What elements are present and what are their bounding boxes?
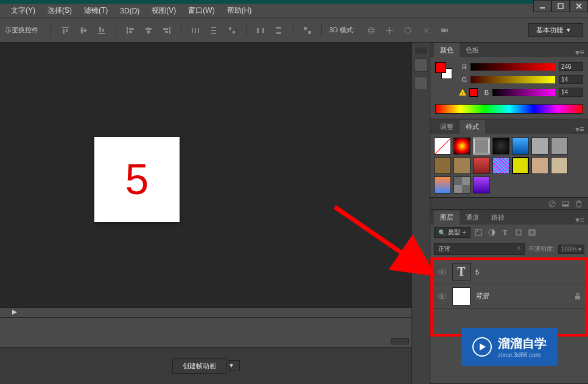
align-top-icon[interactable] [58, 24, 72, 37]
menu-view[interactable]: 视图(V) [145, 3, 182, 18]
3d-slide-icon[interactable] [419, 24, 433, 37]
layer-thumbnail-bg[interactable] [452, 287, 471, 305]
menu-3d[interactable]: 3D(D) [114, 4, 145, 18]
trash-icon[interactable] [575, 200, 583, 208]
panel-menu-icon[interactable]: ▾≡ [575, 47, 584, 57]
layer-filter-dropdown[interactable]: 🔍 类型 ÷ [434, 227, 471, 238]
style-swatch[interactable] [473, 176, 490, 194]
filter-shape-icon[interactable] [513, 227, 524, 238]
align-bottom-icon[interactable] [95, 24, 108, 37]
svg-point-36 [368, 27, 374, 33]
dock-collapse-icon[interactable] [415, 47, 427, 54]
g-input[interactable] [559, 75, 583, 84]
timeline-track[interactable] [0, 318, 411, 347]
maximize-button[interactable] [551, 0, 570, 12]
collapse-icon[interactable] [391, 338, 409, 344]
layer-name[interactable]: 背景 [475, 291, 569, 301]
3d-roll-icon[interactable] [401, 24, 415, 37]
opacity-value[interactable]: 100% ▾ [558, 245, 584, 254]
g-slider[interactable] [471, 76, 555, 83]
align-hcenter-icon[interactable] [142, 24, 155, 37]
workspace-selector[interactable]: 基本功能 ▾ [528, 23, 583, 37]
menu-filter[interactable]: 滤镜(T) [78, 3, 114, 18]
create-frame-animation-button[interactable]: 创建帧动画 [172, 358, 226, 374]
menu-window[interactable]: 窗口(W) [182, 3, 220, 18]
new-style-icon[interactable] [561, 200, 570, 208]
gamut-suggest-swatch[interactable] [469, 88, 478, 97]
distribute-width-icon[interactable] [254, 24, 267, 37]
distribute-height-icon[interactable] [272, 24, 285, 37]
tab-layers[interactable]: 图层 [434, 211, 460, 225]
dock-icon-1[interactable] [415, 58, 428, 72]
r-input[interactable] [559, 62, 583, 71]
b-slider[interactable] [492, 89, 555, 96]
3d-pan-icon[interactable] [383, 24, 396, 37]
layer-name[interactable]: 5 [475, 268, 582, 276]
style-swatch[interactable] [473, 138, 490, 155]
no-style-icon[interactable] [548, 200, 556, 208]
svg-text:!: ! [462, 91, 463, 96]
fg-bg-swatches[interactable] [435, 62, 452, 79]
color-spectrum[interactable] [435, 104, 583, 114]
distribute-sp-icon[interactable] [225, 24, 239, 37]
style-swatch[interactable] [551, 138, 568, 155]
separator [51, 24, 51, 37]
distribute-h-icon[interactable] [189, 24, 202, 37]
create-dropdown-button[interactable]: ▾ [229, 360, 240, 371]
tab-swatches[interactable]: 色板 [460, 43, 485, 57]
align-vcenter-icon[interactable] [77, 24, 90, 37]
menu-help[interactable]: 帮助(H) [221, 3, 258, 18]
canvas-viewport[interactable]: 5 [0, 43, 411, 307]
style-swatch[interactable] [512, 157, 529, 174]
filter-pixel-icon[interactable] [473, 227, 484, 238]
foreground-swatch[interactable] [435, 62, 446, 73]
style-swatch[interactable] [512, 138, 529, 155]
3d-orbit-icon[interactable] [365, 24, 378, 37]
minimize-button[interactable] [533, 0, 551, 12]
tab-channels[interactable]: 通道 [460, 211, 485, 225]
style-swatch[interactable] [551, 157, 568, 174]
style-swatch[interactable] [473, 157, 490, 174]
distribute-v-icon[interactable] [207, 24, 220, 37]
menu-select[interactable]: 选择(S) [41, 3, 78, 18]
visibility-toggle[interactable] [436, 267, 447, 278]
filter-text-icon[interactable]: T [500, 227, 511, 238]
style-swatch[interactable] [531, 157, 548, 174]
panel-menu-icon[interactable]: ▾≡ [575, 124, 584, 134]
filter-adjust-icon[interactable] [486, 227, 497, 238]
style-swatch[interactable] [453, 157, 471, 174]
align-right-icon[interactable] [160, 24, 173, 37]
horizontal-scrollbar[interactable] [0, 307, 411, 317]
dock-icon-2[interactable] [415, 77, 428, 90]
create-btn-label: 创建帧动画 [183, 361, 216, 371]
style-swatch[interactable] [492, 157, 509, 174]
layer-row-text[interactable]: T 5 [433, 260, 586, 284]
filter-smart-icon[interactable] [527, 227, 537, 238]
tab-adjustments[interactable]: 调整 [434, 120, 460, 134]
panel-menu-icon[interactable]: ▾≡ [575, 215, 584, 225]
style-swatch[interactable] [434, 176, 451, 194]
align-left-icon[interactable] [124, 24, 137, 37]
tab-paths[interactable]: 路径 [485, 211, 511, 225]
3d-camera-icon[interactable] [438, 24, 451, 37]
style-none[interactable] [434, 138, 451, 155]
close-button[interactable] [570, 0, 588, 12]
style-swatch[interactable] [453, 176, 471, 194]
menu-text[interactable]: 文字(Y) [5, 3, 41, 18]
blend-mode-dropdown[interactable]: 正常 ÷ [434, 243, 525, 255]
gamut-warning-icon[interactable]: ! [458, 88, 467, 97]
layer-row-background[interactable]: 背景 [433, 284, 586, 309]
canvas-document[interactable]: 5 [94, 137, 180, 222]
b-input[interactable] [559, 88, 583, 97]
r-slider[interactable] [471, 63, 555, 71]
tab-color[interactable]: 颜色 [434, 43, 460, 57]
style-swatch[interactable] [492, 138, 509, 155]
layer-thumbnail-text[interactable]: T [452, 263, 471, 281]
tab-styles[interactable]: 样式 [460, 120, 485, 134]
visibility-toggle[interactable] [436, 291, 447, 302]
style-swatch[interactable] [531, 138, 548, 155]
style-swatch[interactable] [453, 138, 471, 155]
auto-align-icon[interactable] [301, 24, 314, 37]
style-swatch[interactable] [434, 157, 451, 174]
lock-icon[interactable] [573, 292, 582, 301]
